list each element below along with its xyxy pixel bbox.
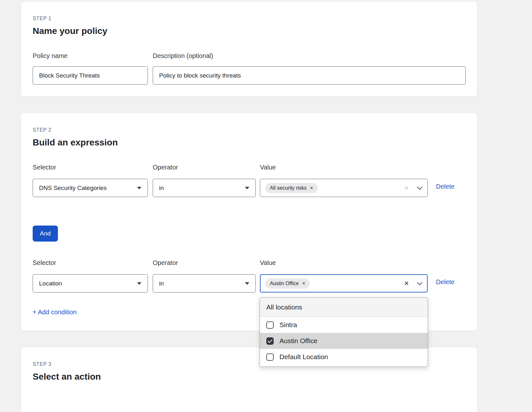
selector-dropdown-1-value: DNS Security Categories: [39, 185, 107, 192]
policy-name-input[interactable]: [33, 66, 148, 85]
and-button[interactable]: And: [33, 226, 58, 242]
selector-label-2: Selector: [33, 259, 56, 267]
chevron-down-icon[interactable]: [417, 184, 423, 190]
value-label-1: Value: [260, 164, 276, 171]
location-option-sintra[interactable]: Sintra: [260, 317, 428, 333]
step3-step-label: STEP 3: [33, 361, 51, 367]
value-tag: Austin Office: [265, 278, 310, 289]
operator-label-2: Operator: [153, 259, 178, 267]
checkbox-icon[interactable]: [266, 353, 274, 361]
policy-name-label: Policy name: [33, 52, 68, 60]
value-tag-label: Austin Office: [270, 281, 299, 286]
step1-card: STEP 1 Name your policy Policy name Desc…: [21, 1, 477, 97]
value-label-2: Value: [260, 259, 276, 267]
step2-step-label: STEP 2: [33, 127, 51, 133]
selector-dropdown-2-value: Location: [39, 280, 62, 287]
delete-link-1[interactable]: Delete: [436, 183, 455, 190]
operator-dropdown-1[interactable]: in: [153, 179, 256, 197]
location-option-label: Sintra: [279, 321, 297, 329]
clear-icon[interactable]: [404, 185, 409, 191]
operator-dropdown-2[interactable]: in: [153, 274, 256, 293]
add-condition-link[interactable]: + Add condition: [33, 309, 77, 316]
selector-label-1: Selector: [33, 164, 56, 171]
caret-down-icon: [245, 282, 249, 285]
selector-dropdown-2[interactable]: Location: [33, 274, 148, 293]
operator-dropdown-1-value: in: [159, 185, 164, 192]
clear-icon[interactable]: [404, 280, 409, 286]
value-tag: All security risks: [265, 183, 318, 193]
step3-title: Select an action: [33, 372, 101, 382]
value-tag-label: All security risks: [270, 185, 307, 191]
location-option-austin-office[interactable]: Austin Office: [260, 333, 428, 349]
caret-down-icon: [137, 187, 141, 189]
location-dropdown-menu: All locations Sintra Austin Office Defau…: [260, 297, 428, 367]
step2-title: Build an expression: [33, 137, 118, 148]
value-multiselect-2[interactable]: Austin Office: [260, 274, 428, 293]
step1-title: Name your policy: [33, 26, 107, 36]
checkbox-icon[interactable]: [266, 337, 274, 345]
operator-label-1: Operator: [153, 164, 178, 171]
step1-step-label: STEP 1: [33, 16, 51, 21]
caret-down-icon: [245, 187, 249, 189]
delete-link-2[interactable]: Delete: [436, 278, 455, 286]
selector-dropdown-1[interactable]: DNS Security Categories: [33, 179, 148, 197]
tag-remove-icon[interactable]: [310, 186, 313, 190]
location-option-label: Austin Office: [279, 337, 318, 345]
value-multiselect-1[interactable]: All security risks: [260, 179, 428, 197]
tag-remove-icon[interactable]: [302, 281, 305, 285]
chevron-down-icon[interactable]: [417, 280, 423, 285]
multiselect-controls: [404, 185, 422, 191]
caret-down-icon: [137, 282, 141, 285]
location-option-default-location[interactable]: Default Location: [260, 349, 428, 365]
description-label: Description (optional): [153, 52, 213, 60]
checkbox-icon[interactable]: [266, 321, 274, 329]
multiselect-controls: [404, 280, 422, 286]
operator-dropdown-2-value: in: [159, 280, 164, 287]
all-locations-option[interactable]: All locations: [260, 298, 428, 317]
description-input[interactable]: [153, 66, 466, 85]
location-option-label: Default Location: [279, 353, 328, 361]
